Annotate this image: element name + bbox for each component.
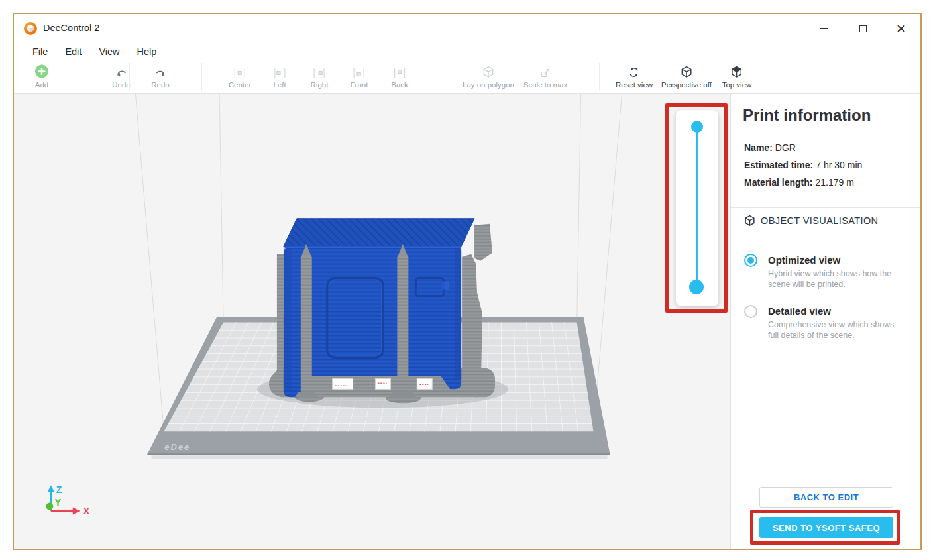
left-view-icon [274, 64, 285, 78]
front-view-icon [354, 64, 364, 78]
detailed-view-option[interactable] [744, 305, 757, 318]
toolbar: Add Undo Redo Center Left Right Front [14, 60, 920, 94]
toolbar-separator [129, 63, 130, 91]
bed-brand-label: eDee [164, 442, 190, 452]
perspective-toggle-button[interactable]: Perspective off [661, 64, 712, 89]
menu-view[interactable]: View [99, 46, 119, 57]
viewport-3d[interactable]: eDee [14, 94, 730, 549]
cube-icon [744, 215, 755, 227]
model-object[interactable] [284, 219, 474, 398]
close-icon: ✕ [896, 23, 906, 35]
reset-view-icon [628, 64, 640, 78]
print-info-panel: Print information Name:DGR Estimated tim… [730, 94, 920, 549]
menu-file[interactable]: File [32, 46, 48, 57]
minimize-button[interactable] [805, 14, 844, 43]
object-visualisation-header: OBJECT VISUALISATION [744, 215, 878, 227]
slider-handle-bottom[interactable] [689, 280, 704, 294]
detailed-view-description: Comprehensive view which shows full deta… [768, 320, 894, 341]
scene-canvas: eDee [14, 94, 730, 549]
undo-icon [115, 64, 127, 78]
back-to-edit-button[interactable]: BACK TO EDIT [759, 487, 893, 508]
axis-gizmo: Z X Y [46, 484, 89, 516]
back-view-button: Back [391, 64, 408, 89]
panel-title: Print information [743, 106, 871, 125]
left-view-button: Left [273, 64, 286, 89]
add-button[interactable]: Add [35, 64, 49, 89]
app-window: DeeControl 2 ✕ File Edit View Help Add U… [13, 13, 922, 550]
menu-bar: File Edit View Help [14, 43, 920, 60]
maximize-icon [859, 25, 867, 32]
estimated-time-field: Estimated time:7 hr 30 min [744, 160, 862, 170]
toolbar-separator [201, 63, 202, 91]
optimized-view-radio[interactable] [744, 254, 757, 267]
reset-view-button[interactable]: Reset view [616, 64, 653, 89]
add-icon [35, 64, 49, 78]
scale-to-max-button: Scale to max [523, 64, 567, 89]
y-axis-label: Y [55, 497, 62, 508]
print-name-field: Name:DGR [744, 142, 796, 153]
optimized-view-option[interactable] [744, 254, 757, 267]
minimize-icon [820, 28, 828, 29]
menu-help[interactable]: Help [137, 46, 157, 57]
y-axis-dot-icon [46, 503, 53, 510]
right-view-button: Right [311, 64, 329, 89]
redo-icon [154, 64, 166, 78]
raft-openings [333, 378, 433, 389]
slider-track [696, 127, 698, 287]
back-view-icon [394, 64, 405, 78]
app-logo-icon [23, 21, 38, 36]
scale-to-max-icon [539, 64, 551, 78]
lay-on-polygon-icon [482, 64, 494, 78]
window-title: DeeControl 2 [43, 23, 99, 33]
z-axis-arrow-icon [47, 485, 54, 492]
layer-range-slider[interactable] [676, 110, 718, 306]
menu-edit[interactable]: Edit [65, 46, 82, 57]
x-axis-arrow-icon [73, 508, 80, 515]
close-button[interactable]: ✕ [882, 14, 920, 43]
toolbar-separator [447, 63, 447, 91]
center-view-button: Center [229, 64, 252, 89]
perspective-cube-icon [681, 64, 692, 78]
toolbar-separator [599, 63, 600, 91]
undo-button[interactable]: Undo [112, 64, 131, 89]
x-axis-label: X [83, 506, 90, 516]
detailed-view-label[interactable]: Detailed view [768, 306, 831, 317]
panel-divider [731, 207, 920, 208]
top-view-icon [731, 64, 743, 78]
right-view-icon [314, 64, 325, 78]
detailed-view-radio[interactable] [744, 305, 757, 318]
material-length-field: Material length:21.179 m [744, 177, 854, 188]
title-bar: DeeControl 2 ✕ [14, 14, 920, 43]
optimized-view-label[interactable]: Optimized view [768, 254, 840, 266]
lay-on-polygon-button: Lay on polygon [463, 64, 514, 89]
center-view-icon [235, 64, 245, 78]
top-view-button[interactable]: Top view [722, 64, 752, 89]
front-view-button: Front [351, 64, 368, 89]
redo-button[interactable]: Redo [151, 64, 170, 89]
optimized-view-description: Hybrid view which shows how the scene wi… [768, 269, 891, 290]
z-axis-label: Z [56, 484, 62, 495]
send-to-ysoft-safeq-button[interactable]: SEND TO YSOFT SAFEQ [759, 517, 893, 538]
maximize-button[interactable] [844, 14, 882, 43]
slider-handle-top[interactable] [691, 121, 703, 133]
